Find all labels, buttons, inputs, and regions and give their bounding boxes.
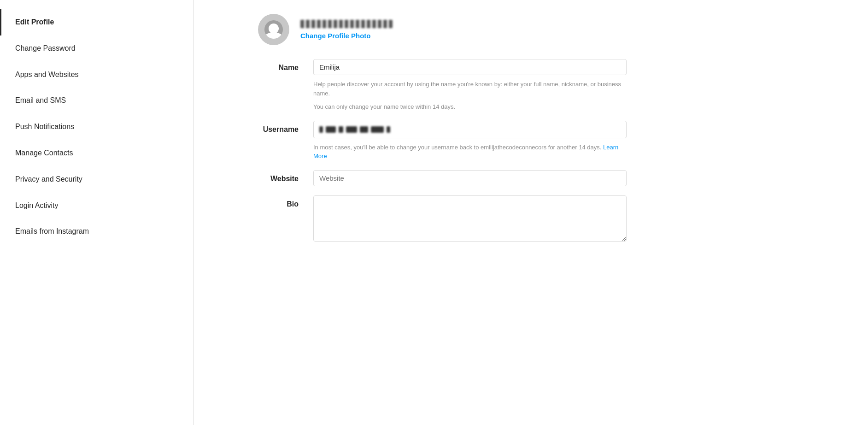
change-photo-link[interactable]: Change Profile Photo (300, 32, 393, 40)
name-field-row: Name Help people discover your account b… (221, 59, 840, 112)
bio-label: Bio (221, 195, 313, 208)
sidebar-item-apps-websites[interactable]: Apps and Websites (0, 62, 193, 88)
name-hint1: Help people discover your account by usi… (313, 80, 627, 98)
blur-seg4 (360, 126, 368, 133)
website-input[interactable] (313, 170, 627, 186)
name-label: Name (221, 59, 313, 72)
blur-seg1 (326, 126, 336, 133)
blur-seg2 (339, 126, 343, 133)
sidebar-item-email-sms[interactable]: Email and SMS (0, 88, 193, 114)
sidebar: Edit ProfileChange PasswordApps and Webs… (0, 0, 194, 425)
username-field-wrapper: In most cases, you'll be able to change … (313, 121, 627, 161)
sidebar-item-emails-instagram[interactable]: Emails from Instagram (0, 218, 193, 245)
sidebar-item-manage-contacts[interactable]: Manage Contacts (0, 140, 193, 166)
website-field-wrapper (313, 170, 627, 186)
sidebar-item-login-activity[interactable]: Login Activity (0, 193, 193, 219)
blur-seg5 (371, 126, 384, 133)
name-hint2: You can only change your name twice with… (313, 102, 627, 112)
sidebar-item-edit-profile[interactable]: Edit Profile (0, 9, 193, 35)
username-blur (300, 20, 393, 28)
profile-info: Change Profile Photo (300, 20, 393, 40)
main-content: Change Profile Photo Name Help people di… (194, 0, 868, 425)
website-label: Website (221, 170, 313, 183)
sidebar-item-privacy-security[interactable]: Privacy and Security (0, 166, 193, 193)
avatar (258, 14, 289, 45)
username-label: Username (221, 121, 313, 134)
sidebar-item-change-password[interactable]: Change Password (0, 35, 193, 62)
sidebar-item-push-notifications[interactable]: Push Notifications (0, 114, 193, 140)
bio-textarea[interactable] (313, 195, 627, 242)
name-input[interactable] (313, 59, 627, 75)
profile-header: Change Profile Photo (221, 14, 840, 45)
username-hint: In most cases, you'll be able to change … (313, 143, 627, 161)
blur-dot (319, 126, 323, 133)
page-wrapper: Edit ProfileChange PasswordApps and Webs… (0, 0, 868, 425)
name-field-wrapper: Help people discover your account by usi… (313, 59, 627, 112)
blur-seg3 (346, 126, 357, 133)
username-input-display[interactable] (313, 121, 627, 138)
username-field-row: Username In most cases, you'll be able t… (221, 121, 840, 161)
blur-dot2 (387, 126, 390, 133)
website-field-row: Website (221, 170, 840, 186)
avatar-icon (264, 20, 283, 39)
username-hint-text: In most cases, you'll be able to change … (313, 144, 601, 151)
bio-field-row: Bio (221, 195, 840, 243)
bio-field-wrapper (313, 195, 627, 243)
